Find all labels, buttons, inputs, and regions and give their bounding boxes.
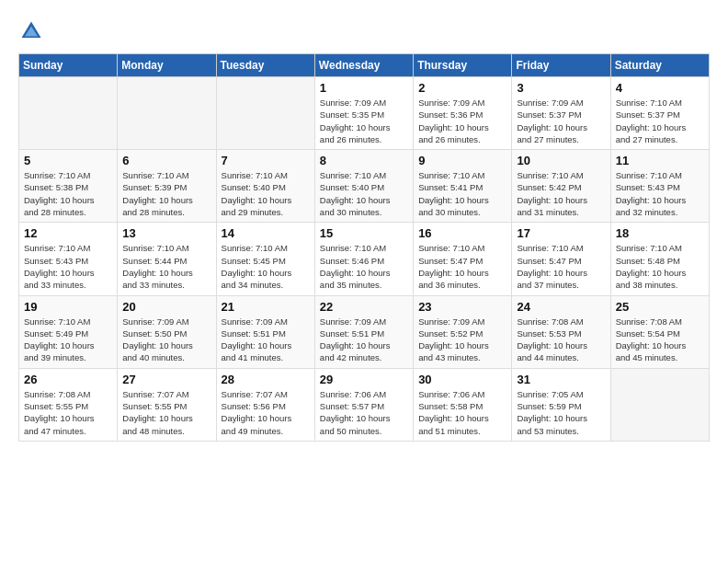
day-number: 7 xyxy=(222,154,310,167)
day-info: Sunrise: 7:10 AM Sunset: 5:42 PM Dayligh… xyxy=(517,169,605,218)
day-info: Sunrise: 7:09 AM Sunset: 5:51 PM Dayligh… xyxy=(222,316,310,364)
calendar-cell xyxy=(19,77,118,150)
day-info: Sunrise: 7:09 AM Sunset: 5:37 PM Dayligh… xyxy=(517,97,605,145)
day-info: Sunrise: 7:10 AM Sunset: 5:43 PM Dayligh… xyxy=(616,169,704,218)
day-info: Sunrise: 7:10 AM Sunset: 5:41 PM Dayligh… xyxy=(418,169,506,218)
calendar-cell: 8Sunrise: 7:10 AM Sunset: 5:40 PM Daylig… xyxy=(314,150,413,223)
calendar-cell: 31Sunrise: 7:05 AM Sunset: 5:59 PM Dayli… xyxy=(512,368,610,441)
day-info: Sunrise: 7:10 AM Sunset: 5:43 PM Dayligh… xyxy=(24,242,112,291)
day-info: Sunrise: 7:10 AM Sunset: 5:47 PM Dayligh… xyxy=(517,242,605,291)
weekday-header-monday: Monday xyxy=(118,54,216,77)
calendar-cell: 10Sunrise: 7:10 AM Sunset: 5:42 PM Dayli… xyxy=(512,150,610,223)
calendar-table: SundayMondayTuesdayWednesdayThursdayFrid… xyxy=(18,53,710,442)
day-number: 12 xyxy=(24,226,112,240)
calendar-cell: 2Sunrise: 7:09 AM Sunset: 5:36 PM Daylig… xyxy=(414,77,512,150)
calendar-cell: 13Sunrise: 7:10 AM Sunset: 5:44 PM Dayli… xyxy=(118,223,216,295)
day-info: Sunrise: 7:10 AM Sunset: 5:45 PM Dayligh… xyxy=(222,242,310,291)
calendar-cell: 28Sunrise: 7:07 AM Sunset: 5:56 PM Dayli… xyxy=(216,368,314,441)
day-info: Sunrise: 7:07 AM Sunset: 5:55 PM Dayligh… xyxy=(122,388,210,437)
day-info: Sunrise: 7:06 AM Sunset: 5:58 PM Dayligh… xyxy=(418,388,506,437)
weekday-header-thursday: Thursday xyxy=(414,54,512,77)
day-number: 6 xyxy=(122,154,210,167)
day-number: 23 xyxy=(418,300,506,314)
page-header xyxy=(18,18,710,44)
week-row-5: 26Sunrise: 7:08 AM Sunset: 5:55 PM Dayli… xyxy=(19,368,710,441)
weekday-header-friday: Friday xyxy=(512,54,610,77)
day-number: 17 xyxy=(517,226,605,240)
calendar-cell: 12Sunrise: 7:10 AM Sunset: 5:43 PM Dayli… xyxy=(19,223,118,295)
calendar-cell: 24Sunrise: 7:08 AM Sunset: 5:53 PM Dayli… xyxy=(512,295,610,368)
calendar-cell: 6Sunrise: 7:10 AM Sunset: 5:39 PM Daylig… xyxy=(118,150,216,223)
day-info: Sunrise: 7:10 AM Sunset: 5:44 PM Dayligh… xyxy=(122,242,210,291)
calendar-cell: 7Sunrise: 7:10 AM Sunset: 5:40 PM Daylig… xyxy=(216,150,314,223)
day-info: Sunrise: 7:08 AM Sunset: 5:55 PM Dayligh… xyxy=(24,388,112,437)
week-row-2: 5Sunrise: 7:10 AM Sunset: 5:38 PM Daylig… xyxy=(19,150,710,223)
day-info: Sunrise: 7:08 AM Sunset: 5:54 PM Dayligh… xyxy=(616,316,704,364)
day-number: 19 xyxy=(24,300,112,314)
day-number: 3 xyxy=(517,81,605,95)
day-info: Sunrise: 7:10 AM Sunset: 5:39 PM Dayligh… xyxy=(122,169,210,218)
calendar-cell: 9Sunrise: 7:10 AM Sunset: 5:41 PM Daylig… xyxy=(414,150,512,223)
calendar-cell: 21Sunrise: 7:09 AM Sunset: 5:51 PM Dayli… xyxy=(216,295,314,368)
day-number: 29 xyxy=(320,373,408,386)
day-number: 5 xyxy=(24,154,112,167)
week-row-1: 1Sunrise: 7:09 AM Sunset: 5:35 PM Daylig… xyxy=(19,77,710,150)
day-info: Sunrise: 7:10 AM Sunset: 5:49 PM Dayligh… xyxy=(24,316,112,364)
calendar-cell xyxy=(216,77,314,150)
weekday-header-row: SundayMondayTuesdayWednesdayThursdayFrid… xyxy=(19,54,710,77)
weekday-header-saturday: Saturday xyxy=(610,54,709,77)
calendar-cell: 25Sunrise: 7:08 AM Sunset: 5:54 PM Dayli… xyxy=(610,295,709,368)
day-number: 14 xyxy=(222,226,310,240)
day-info: Sunrise: 7:10 AM Sunset: 5:47 PM Dayligh… xyxy=(418,242,506,291)
day-number: 11 xyxy=(616,154,704,167)
day-info: Sunrise: 7:09 AM Sunset: 5:36 PM Dayligh… xyxy=(418,97,506,145)
calendar-cell: 11Sunrise: 7:10 AM Sunset: 5:43 PM Dayli… xyxy=(610,150,709,223)
day-number: 28 xyxy=(222,373,310,386)
day-info: Sunrise: 7:09 AM Sunset: 5:51 PM Dayligh… xyxy=(320,316,408,364)
day-info: Sunrise: 7:06 AM Sunset: 5:57 PM Dayligh… xyxy=(320,388,408,437)
day-number: 25 xyxy=(616,300,704,314)
day-info: Sunrise: 7:08 AM Sunset: 5:53 PM Dayligh… xyxy=(517,316,605,364)
day-info: Sunrise: 7:05 AM Sunset: 5:59 PM Dayligh… xyxy=(517,388,605,437)
day-number: 31 xyxy=(517,373,605,386)
calendar-cell: 22Sunrise: 7:09 AM Sunset: 5:51 PM Dayli… xyxy=(314,295,413,368)
day-number: 22 xyxy=(320,300,408,314)
calendar-cell xyxy=(610,368,709,441)
calendar-cell: 27Sunrise: 7:07 AM Sunset: 5:55 PM Dayli… xyxy=(118,368,216,441)
calendar-cell: 30Sunrise: 7:06 AM Sunset: 5:58 PM Dayli… xyxy=(414,368,512,441)
day-number: 2 xyxy=(418,81,506,95)
day-number: 18 xyxy=(616,226,704,240)
day-info: Sunrise: 7:09 AM Sunset: 5:50 PM Dayligh… xyxy=(122,316,210,364)
week-row-4: 19Sunrise: 7:10 AM Sunset: 5:49 PM Dayli… xyxy=(19,295,710,368)
day-number: 20 xyxy=(122,300,210,314)
day-info: Sunrise: 7:09 AM Sunset: 5:52 PM Dayligh… xyxy=(418,316,506,364)
calendar-cell: 23Sunrise: 7:09 AM Sunset: 5:52 PM Dayli… xyxy=(414,295,512,368)
day-info: Sunrise: 7:10 AM Sunset: 5:48 PM Dayligh… xyxy=(616,242,704,291)
calendar-cell: 17Sunrise: 7:10 AM Sunset: 5:47 PM Dayli… xyxy=(512,223,610,295)
calendar-cell: 20Sunrise: 7:09 AM Sunset: 5:50 PM Dayli… xyxy=(118,295,216,368)
weekday-header-sunday: Sunday xyxy=(19,54,118,77)
calendar-cell: 15Sunrise: 7:10 AM Sunset: 5:46 PM Dayli… xyxy=(314,223,413,295)
day-info: Sunrise: 7:10 AM Sunset: 5:37 PM Dayligh… xyxy=(616,97,704,145)
day-info: Sunrise: 7:10 AM Sunset: 5:46 PM Dayligh… xyxy=(320,242,408,291)
calendar-cell: 1Sunrise: 7:09 AM Sunset: 5:35 PM Daylig… xyxy=(314,77,413,150)
day-number: 26 xyxy=(24,373,112,386)
day-info: Sunrise: 7:10 AM Sunset: 5:38 PM Dayligh… xyxy=(24,169,112,218)
day-info: Sunrise: 7:10 AM Sunset: 5:40 PM Dayligh… xyxy=(222,169,310,218)
day-info: Sunrise: 7:10 AM Sunset: 5:40 PM Dayligh… xyxy=(320,169,408,218)
day-number: 21 xyxy=(222,300,310,314)
day-number: 13 xyxy=(122,226,210,240)
day-number: 1 xyxy=(320,81,408,95)
calendar-cell: 19Sunrise: 7:10 AM Sunset: 5:49 PM Dayli… xyxy=(19,295,118,368)
weekday-header-tuesday: Tuesday xyxy=(216,54,314,77)
day-number: 10 xyxy=(517,154,605,167)
day-number: 9 xyxy=(418,154,506,167)
day-number: 24 xyxy=(517,300,605,314)
logo xyxy=(18,18,50,44)
week-row-3: 12Sunrise: 7:10 AM Sunset: 5:43 PM Dayli… xyxy=(19,223,710,295)
calendar-cell xyxy=(118,77,216,150)
day-number: 30 xyxy=(418,373,506,386)
day-info: Sunrise: 7:09 AM Sunset: 5:35 PM Dayligh… xyxy=(320,97,408,145)
day-number: 16 xyxy=(418,226,506,240)
calendar-cell: 29Sunrise: 7:06 AM Sunset: 5:57 PM Dayli… xyxy=(314,368,413,441)
